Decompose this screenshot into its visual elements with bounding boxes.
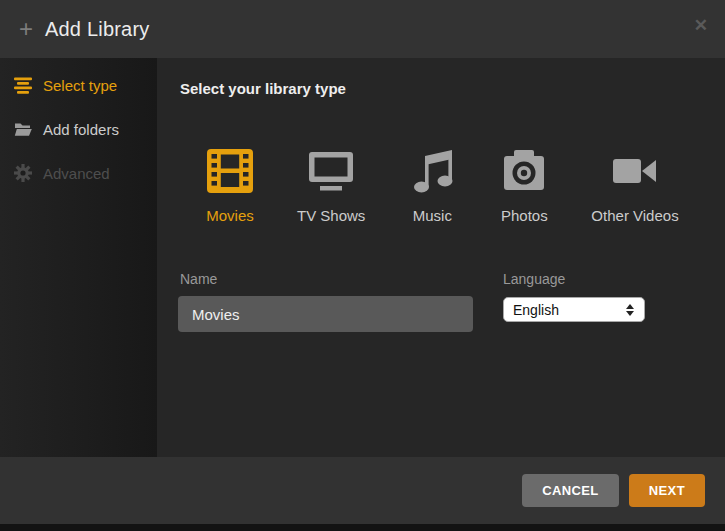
library-type-label: Movies bbox=[206, 207, 254, 224]
sidebar-item-select-type[interactable]: Select type bbox=[0, 73, 157, 97]
language-select[interactable]: English bbox=[503, 297, 645, 322]
gear-icon bbox=[14, 164, 32, 182]
dialog-footer: CANCEL NEXT bbox=[0, 457, 725, 524]
library-type-options: Movies TV Shows bbox=[205, 146, 679, 224]
library-type-other-videos[interactable]: Other Videos bbox=[591, 146, 678, 224]
dialog-header: + Add Library ✕ bbox=[0, 0, 725, 58]
sidebar-item-label: Advanced bbox=[43, 165, 110, 182]
language-selected-value: English bbox=[513, 302, 626, 318]
library-type-label: Photos bbox=[501, 207, 548, 224]
plus-icon: + bbox=[19, 17, 33, 41]
tv-icon bbox=[306, 146, 356, 196]
library-type-photos[interactable]: Photos bbox=[499, 146, 549, 224]
music-note-icon bbox=[407, 146, 457, 196]
close-icon[interactable]: ✕ bbox=[694, 17, 708, 34]
sidebar-item-label: Add folders bbox=[43, 121, 119, 138]
library-type-label: Music bbox=[413, 207, 452, 224]
dialog-title: Add Library bbox=[45, 18, 149, 41]
film-icon bbox=[205, 146, 255, 196]
select-stepper-icon bbox=[626, 304, 634, 316]
next-button[interactable]: NEXT bbox=[629, 474, 705, 507]
language-field-label: Language bbox=[503, 271, 565, 287]
list-lines-icon bbox=[14, 77, 32, 94]
video-camera-icon bbox=[610, 146, 660, 196]
page-background-strip bbox=[0, 524, 725, 531]
steps-sidebar: Select type Add folders bbox=[0, 58, 157, 457]
library-type-movies[interactable]: Movies bbox=[205, 146, 255, 224]
sidebar-item-add-folders[interactable]: Add folders bbox=[0, 117, 157, 141]
sidebar-item-advanced: Advanced bbox=[0, 161, 157, 185]
folder-icon bbox=[14, 122, 32, 137]
name-field-label: Name bbox=[180, 271, 217, 287]
library-type-tv-shows[interactable]: TV Shows bbox=[297, 146, 365, 224]
sidebar-item-label: Select type bbox=[43, 77, 117, 94]
library-type-heading: Select your library type bbox=[180, 80, 346, 97]
camera-icon bbox=[499, 146, 549, 196]
library-type-label: Other Videos bbox=[591, 207, 678, 224]
cancel-button[interactable]: CANCEL bbox=[522, 474, 619, 507]
name-input[interactable] bbox=[178, 296, 473, 332]
library-type-music[interactable]: Music bbox=[407, 146, 457, 224]
library-type-label: TV Shows bbox=[297, 207, 365, 224]
add-library-dialog: + Add Library ✕ Select type bbox=[0, 0, 725, 531]
